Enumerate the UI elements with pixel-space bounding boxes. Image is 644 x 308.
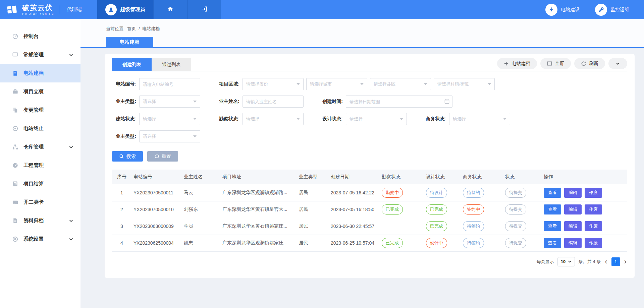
survey-status-select[interactable]: 请选择 [243,113,304,125]
sidebar-item-second-class-card[interactable]: 开二类卡 [0,193,80,211]
view-button[interactable]: 查看 [544,221,561,231]
date-range-input[interactable] [346,96,452,108]
cell-actions: 查看编辑作废 [542,184,627,201]
project-region-group: 请选择省份 请选择城市 请选择县区 请选择村镇/街道 [243,78,495,90]
view-button[interactable]: 查看 [544,204,561,214]
build-status-label: 建站状态: [112,116,136,122]
county-select[interactable]: 请选择县区 [370,78,431,90]
prev-page-button[interactable]: ‹ [604,257,608,266]
owner-type-2-select[interactable]: 请选择 [139,130,200,142]
edit-button[interactable]: 编辑 [564,221,582,231]
sidebar-item-data-archive[interactable]: 资料归档 [0,211,80,230]
void-button[interactable]: 作废 [585,221,602,231]
status-badge: 签约中 [463,204,484,214]
refresh-button[interactable]: 刷新 [574,58,605,69]
chevron-down-icon [616,62,620,66]
pagination: 每页显示 10 条, 共 4 条 ‹ 1 › [112,257,627,266]
status-badge: 已完成 [382,238,403,248]
fullscreen-icon [547,61,552,66]
change-management-icon [12,107,18,113]
cell-seq: 4 [112,235,131,251]
status-badge: 设计中 [426,238,447,248]
column-header-seq: 序号 [112,170,131,184]
cell-seq: 2 [112,201,131,218]
tab-create-list[interactable]: 创建列表 [112,58,152,71]
cell-owner: 刘强东 [182,201,220,218]
city-select[interactable]: 请选择城市 [306,78,367,90]
cell-status: 待提交 [503,201,542,218]
design-status-select[interactable]: 请选择 [346,113,407,125]
caret-down-icon [297,118,300,120]
province-select[interactable]: 请选择省份 [243,78,304,90]
owner-name-input[interactable] [243,96,304,108]
owner-name-label: 业主姓名: [215,99,239,105]
breadcrumb-home[interactable]: 首页 [127,26,136,31]
page-tab-station-archive[interactable]: 电站建档 [106,37,153,47]
user-menu[interactable]: 超级管理员 [97,0,153,19]
edit-button[interactable]: 编辑 [564,188,582,198]
topnav-station-construction[interactable]: 电站建设 [545,4,580,16]
edit-button[interactable]: 编辑 [564,238,582,248]
status-badge: 待提交 [505,204,526,214]
page-size-select[interactable]: 10 [557,257,575,266]
brand-subtitle: Po Jian Yun Fu [22,12,54,15]
project-region-label: 项目区域: [215,81,239,87]
sidebar-item-project-settlement[interactable]: 项目结算 [0,175,80,193]
sidebar-item-general-management[interactable]: 常规管理 [0,46,80,64]
sidebar-item-project-initiation[interactable]: 项目立项 [0,82,80,101]
view-button[interactable]: 查看 [544,238,561,248]
list-tabs: 创建列表 通过列表 [112,58,191,71]
chevron-down-icon [69,53,73,57]
search-button[interactable]: 搜索 [112,151,143,162]
sidebar-item-station-archive[interactable]: 电站建档 [0,64,80,82]
topnav-monitoring-ops[interactable]: 监控运维 [595,4,629,16]
reset-button[interactable]: 重置 [147,151,178,162]
cell-owner-type: 居民 [297,218,329,235]
create-station-button[interactable]: 电站建档 [497,58,537,69]
logout-button[interactable] [187,0,221,19]
per-page-label: 每页显示 [537,259,554,265]
fullscreen-button[interactable]: 全屏 [540,58,571,69]
status-badge: 待提交 [505,238,526,248]
tab-passed-list[interactable]: 通过列表 [152,58,191,71]
breadcrumb-prefix: 当前位置: [106,26,125,31]
cell-survey-status [380,218,424,235]
panel-toolbar: 电站建档全屏刷新 [497,58,627,69]
main-top: 当前位置: 首页 / 电站建档 电站建档 [80,19,644,48]
sidebar-item-dashboard[interactable]: 控制台 [0,27,80,46]
cell-owner: 学员 [182,218,220,235]
sidebar-item-system-settings[interactable]: 系统设置 [0,230,80,248]
caret-down-icon [400,118,403,120]
build-status-select[interactable]: 请选择 [139,113,200,125]
total-label: 共 4 条 [587,259,601,265]
void-button[interactable]: 作废 [585,188,602,198]
filter-row-2: 业主类型: 请选择 业主姓名: 创建时间: [112,96,627,108]
brand-edition: 代理端 [67,6,82,13]
next-page-button[interactable]: › [624,257,627,266]
station-code-input[interactable] [139,78,200,90]
cell-business-status: 待签约 [461,235,503,251]
edit-button[interactable]: 编辑 [564,204,582,214]
sidebar-item-change-management[interactable]: 变更管理 [0,101,80,119]
sidebar-item-engineering-management[interactable]: 工程管理 [0,156,80,175]
cell-created: 2023-06-30 22:45:57 [329,218,380,235]
void-button[interactable]: 作废 [585,238,602,248]
owner-type-select[interactable]: 请选择 [139,96,200,108]
wrench-icon [595,4,607,16]
collapse-button[interactable] [608,58,627,69]
sidebar-item-warehouse-management[interactable]: 仓库管理 [0,138,80,156]
current-page[interactable]: 1 [611,257,620,266]
caret-down-icon [488,83,491,85]
reset-icon [154,154,159,159]
sidebar-item-station-termination[interactable]: 电站终止 [0,119,80,138]
home-button[interactable] [153,0,187,19]
cell-seq: 1 [112,184,131,201]
void-button[interactable]: 作废 [585,204,602,214]
view-button[interactable]: 查看 [544,188,561,198]
table-header-row: 序号电站编号业主姓名项目地址业主类型创建日期勘察状态设计状态商务状态状态操作 [112,170,627,184]
status-badge: 待签约 [463,188,484,198]
town-select[interactable]: 请选择村镇/街道 [434,78,495,90]
column-header-design-status: 设计状态 [424,170,461,184]
business-status-select[interactable]: 请选择 [449,113,510,125]
survey-status-label: 勘察状态: [215,116,239,122]
